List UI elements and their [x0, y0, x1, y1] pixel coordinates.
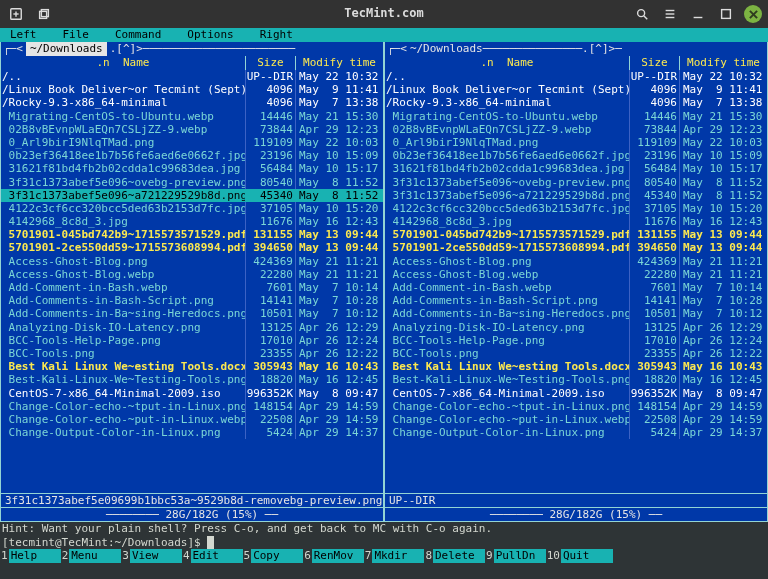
- svg-rect-3: [40, 11, 47, 18]
- tabs-button[interactable]: [34, 4, 54, 24]
- file-row[interactable]: Migrating-CentOS-to-Ubuntu.webp14446May …: [385, 110, 767, 123]
- file-row[interactable]: BCC-Tools-Help-Page.png17010Apr 26 12:24: [385, 334, 767, 347]
- file-row[interactable]: Best Kali Linux We~esting Tools.docx3059…: [385, 360, 767, 373]
- fkey-quit[interactable]: 10Quit: [546, 549, 613, 563]
- fkey-view[interactable]: 3View: [121, 549, 182, 563]
- file-row[interactable]: Access-Ghost-Blog.webp22280May 21 11:21: [385, 268, 767, 281]
- file-row[interactable]: 31621f81bd4fb2b02cdda1c99683dea.jpg56484…: [385, 162, 767, 175]
- fkey-pulldn[interactable]: 9PullDn: [485, 549, 546, 563]
- file-row[interactable]: /Rocky-9.3-x86_64-minimal4096May 7 13:38: [385, 96, 767, 109]
- menu-left[interactable]: Left: [10, 28, 37, 41]
- file-row[interactable]: 5701901-2ce550dd59~1715573608994.pdf3946…: [385, 241, 767, 254]
- fkey-edit[interactable]: 4Edit: [182, 549, 243, 563]
- file-row[interactable]: 3f31c1373abef5e096~a721229529b8d.png4534…: [1, 189, 383, 202]
- file-row[interactable]: Best-Kali-Linux-We~Testing-Tools.png1882…: [1, 373, 383, 386]
- svg-point-5: [638, 10, 645, 17]
- left-disk-usage: ──────── 28G/182G (15%) ──: [1, 507, 383, 521]
- file-row[interactable]: Access-Ghost-Blog.png424369May 21 11:21: [1, 255, 383, 268]
- file-row[interactable]: 4122c3cf6cc320bcc5ded63b2153d7fc.jpg3710…: [1, 202, 383, 215]
- file-row[interactable]: 3f31c1373abef5e096~ovebg-preview.png8054…: [1, 176, 383, 189]
- file-row[interactable]: BCC-Tools.png23355Apr 26 12:22: [1, 347, 383, 360]
- file-row[interactable]: /Linux Book Deliver~or Tecmint (Sept)409…: [1, 83, 383, 96]
- file-row[interactable]: Add-Comments-in-Bash-Script.png14141May …: [1, 294, 383, 307]
- function-key-bar: 1Help 2Menu 3View 4Edit 5Copy 6RenMov 7M…: [0, 549, 768, 563]
- file-row[interactable]: Add-Comment-in-Bash.webp7601May 7 10:14: [385, 281, 767, 294]
- hint-line: Hint: Want your plain shell? Press C-o, …: [0, 522, 768, 536]
- file-row[interactable]: CentOS-7-x86_64-Minimal-2009.iso996352KM…: [1, 387, 383, 400]
- file-row[interactable]: 4142968_8c8d_3.jpg11676May 16 12:43: [1, 215, 383, 228]
- right-column-header: .n Name Size Modify time: [385, 56, 767, 70]
- new-tab-button[interactable]: [6, 4, 26, 24]
- right-file-list[interactable]: /..UP--DIRMay 22 10:32/Linux Book Delive…: [385, 70, 767, 493]
- left-panel: ┌─< ~/Downloads .[^]>───────────────────…: [0, 42, 384, 522]
- file-row[interactable]: 5701901-2ce550dd59~1715573608994.pdf3946…: [1, 241, 383, 254]
- file-row[interactable]: 4122c3cf6cc320bcc5ded63b2153d7fc.jpg3710…: [385, 202, 767, 215]
- window-titlebar: TecMint.com: [0, 0, 768, 28]
- svg-line-6: [644, 16, 648, 20]
- menu-file[interactable]: File: [63, 28, 90, 41]
- minimize-button[interactable]: [688, 4, 708, 24]
- left-panel-footer: 3f31c1373abef5e09699b1bbc53a~9529b8d-rem…: [1, 493, 383, 507]
- svg-rect-11: [722, 10, 731, 19]
- file-row[interactable]: 3f31c1373abef5e096~ovebg-preview.png8054…: [385, 176, 767, 189]
- file-row[interactable]: Access-Ghost-Blog.webp22280May 21 11:21: [1, 268, 383, 281]
- file-row[interactable]: 02B8vBEvnpWLaEQn7CSLjZZ-9.webp73844Apr 2…: [1, 123, 383, 136]
- file-row[interactable]: /Linux Book Deliver~or Tecmint (Sept)409…: [385, 83, 767, 96]
- maximize-button[interactable]: [716, 4, 736, 24]
- menu-button[interactable]: [660, 4, 680, 24]
- fkey-renmov[interactable]: 6RenMov: [303, 549, 364, 563]
- menu-command[interactable]: Command: [115, 28, 161, 41]
- file-row[interactable]: 4142968_8c8d_3.jpg11676May 16 12:43: [385, 215, 767, 228]
- file-row[interactable]: 3f31c1373abef5e096~a721229529b8d.png4534…: [385, 189, 767, 202]
- file-row[interactable]: Add-Comments-in-Bash-Script.png14141May …: [385, 294, 767, 307]
- file-row[interactable]: BCC-Tools.png23355Apr 26 12:22: [385, 347, 767, 360]
- left-panel-path[interactable]: ┌─< ~/Downloads .[^]>───────────────────…: [1, 42, 383, 56]
- file-row[interactable]: 02B8vBEvnpWLaEQn7CSLjZZ-9.webp73844Apr 2…: [385, 123, 767, 136]
- close-button[interactable]: [744, 5, 762, 23]
- file-row[interactable]: Add-Comments-in-Ba~sing-Heredocs.png1050…: [385, 307, 767, 320]
- menu-right[interactable]: Right: [260, 28, 293, 41]
- file-row[interactable]: 5701901-045bd742b9~1715573571529.pdf1311…: [1, 228, 383, 241]
- file-row[interactable]: 0_Arl9birI9NlqTMad.png119109May 22 10:03: [385, 136, 767, 149]
- left-column-header: .n Name Size Modify time: [1, 56, 383, 70]
- file-row[interactable]: Best Kali Linux We~esting Tools.docx3059…: [1, 360, 383, 373]
- file-row[interactable]: Best-Kali-Linux-We~Testing-Tools.png1882…: [385, 373, 767, 386]
- file-row[interactable]: Change-Color-echo-~tput-in-Linux.png1481…: [1, 400, 383, 413]
- file-row[interactable]: Add-Comments-in-Ba~sing-Heredocs.png1050…: [1, 307, 383, 320]
- file-row[interactable]: Add-Comment-in-Bash.webp7601May 7 10:14: [1, 281, 383, 294]
- file-row[interactable]: 0b23ef36418ee1b7b56fe6aed6e0662f.jpg2319…: [385, 149, 767, 162]
- file-row[interactable]: Change-Color-echo-~tput-in-Linux.png1481…: [385, 400, 767, 413]
- file-row[interactable]: 31621f81bd4fb2b02cdda1c99683dea.jpg56484…: [1, 162, 383, 175]
- right-disk-usage: ──────── 28G/182G (15%) ──: [385, 507, 767, 521]
- right-panel: ┌─< ~/Downloads ───────────────.[^]>─ .n…: [384, 42, 768, 522]
- file-row[interactable]: 5701901-045bd742b9~1715573571529.pdf1311…: [385, 228, 767, 241]
- file-row[interactable]: Change-Color-echo-~put-in-Linux.webp2250…: [1, 413, 383, 426]
- search-button[interactable]: [632, 4, 652, 24]
- right-panel-path[interactable]: ┌─< ~/Downloads ───────────────.[^]>─: [385, 42, 767, 56]
- fkey-menu[interactable]: 2Menu: [61, 549, 122, 563]
- file-row[interactable]: Access-Ghost-Blog.png424369May 21 11:21: [385, 255, 767, 268]
- file-row[interactable]: /..UP--DIRMay 22 10:32: [1, 70, 383, 83]
- left-file-list[interactable]: /..UP--DIRMay 22 10:32/Linux Book Delive…: [1, 70, 383, 493]
- file-row[interactable]: BCC-Tools-Help-Page.png17010Apr 26 12:24: [1, 334, 383, 347]
- file-row[interactable]: Analyzing-Disk-IO-Latency.png13125Apr 26…: [385, 321, 767, 334]
- fkey-mkdir[interactable]: 7Mkdir: [364, 549, 425, 563]
- file-row[interactable]: Change-Output-Color-in-Linux.png5424Apr …: [1, 426, 383, 439]
- file-row[interactable]: 0_Arl9birI9NlqTMad.png119109May 22 10:03: [1, 136, 383, 149]
- file-row[interactable]: CentOS-7-x86_64-Minimal-2009.iso996352KM…: [385, 387, 767, 400]
- file-row[interactable]: Migrating-CentOS-to-Ubuntu.webp14446May …: [1, 110, 383, 123]
- fkey-copy[interactable]: 5Copy: [243, 549, 304, 563]
- fkey-delete[interactable]: 8Delete: [424, 549, 485, 563]
- mc-panels: ┌─< ~/Downloads .[^]>───────────────────…: [0, 42, 768, 522]
- file-row[interactable]: Change-Output-Color-in-Linux.png5424Apr …: [385, 426, 767, 439]
- file-row[interactable]: /..UP--DIRMay 22 10:32: [385, 70, 767, 83]
- right-panel-footer: UP--DIR: [385, 493, 767, 507]
- file-row[interactable]: Change-Color-echo-~put-in-Linux.webp2250…: [385, 413, 767, 426]
- file-row[interactable]: /Rocky-9.3-x86_64-minimal4096May 7 13:38: [1, 96, 383, 109]
- shell-prompt[interactable]: [tecmint@TecMint:~/Downloads]$: [0, 536, 768, 550]
- menu-options[interactable]: Options: [187, 28, 233, 41]
- file-row[interactable]: 0b23ef36418ee1b7b56fe6aed6e0662f.jpg2319…: [1, 149, 383, 162]
- mc-menu-bar: Left File Command Options Right: [0, 28, 768, 42]
- fkey-help[interactable]: 1Help: [0, 549, 61, 563]
- file-row[interactable]: Analyzing-Disk-IO-Latency.png13125Apr 26…: [1, 321, 383, 334]
